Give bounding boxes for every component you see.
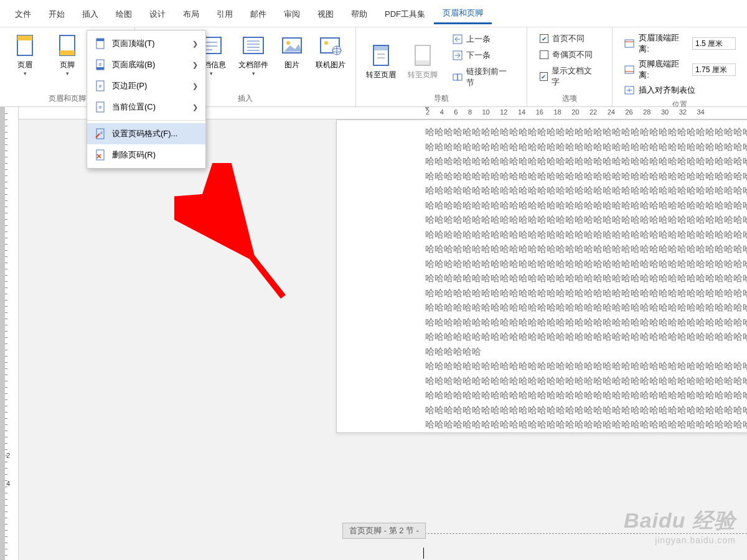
insert-align-tab-button[interactable]: 插入对齐制表位: [621, 83, 738, 97]
header-button[interactable]: 页眉 ▾: [5, 30, 45, 78]
header-distance-row: 页眉顶端距离:: [621, 31, 738, 56]
svg-rect-49: [625, 66, 634, 73]
online-picture-icon: [318, 33, 343, 58]
ribbon-group-headerfooter: 页眉 ▾ 页脚 ▾ # 页码 ▾ 页眉和页脚 页: [0, 27, 135, 106]
page-number-dropdown: 页面顶端(T)❯ # 页面底端(B)❯ # 页边距(P)❯ # 当前位置(C)❯…: [87, 30, 206, 169]
ribbon-group-position: 页眉顶端距离: 页脚底端距离: 插入对齐制表位 位置: [613, 27, 747, 106]
dropdown-format-page-numbers[interactable]: # 设置页码格式(F)...: [87, 123, 205, 144]
online-picture-button[interactable]: 联机图片: [311, 30, 350, 72]
docparts-button[interactable]: 文档部件 ▾: [233, 30, 273, 78]
svg-rect-42: [415, 60, 430, 65]
svg-text:#: #: [99, 83, 102, 89]
tab-layout[interactable]: 布局: [174, 5, 208, 24]
svg-text:#: #: [99, 105, 102, 110]
prev-icon: [453, 34, 463, 44]
chevron-right-icon: ❯: [192, 61, 198, 69]
ribbon-group-options: ✔首页不同 奇偶页不同 ✔显示文档文字 选项: [527, 27, 613, 106]
document-body[interactable]: 哈哈哈哈哈哈哈哈哈哈哈哈哈哈哈哈哈哈哈哈哈哈哈哈哈哈哈哈哈哈哈哈哈哈哈哈哈哈哈哈…: [337, 125, 747, 432]
goto-footer-button[interactable]: 转至页脚: [403, 40, 442, 82]
header-distance-icon: [624, 39, 635, 49]
group-label: 选项: [562, 92, 577, 105]
show-document-text-checkbox[interactable]: ✔显示文档文字: [536, 63, 604, 90]
ruler-indent-marker[interactable]: [423, 107, 431, 108]
footer-distance-icon: [624, 65, 635, 75]
group-label: 插入: [238, 92, 253, 105]
dropdown-current-position[interactable]: # 当前位置(C)❯: [87, 96, 205, 118]
dropdown-page-margin[interactable]: # 页边距(P)❯: [87, 75, 205, 96]
workspace: 2 4 246810121416182022242628303234 哈哈哈哈哈…: [0, 107, 747, 560]
svg-rect-9: [96, 67, 104, 70]
checkbox-icon: ✔: [540, 34, 548, 43]
tab-header-footer[interactable]: 页眉和页脚: [434, 4, 492, 24]
tab-pdftools[interactable]: PDF工具集: [376, 5, 434, 24]
align-tab-icon: [624, 85, 635, 95]
svg-text:#: #: [99, 62, 102, 67]
picture-icon: [280, 33, 304, 58]
checkbox-icon: ✔: [540, 72, 548, 81]
header-icon: [12, 33, 37, 58]
tab-draw[interactable]: 绘图: [107, 5, 141, 24]
format-page-icon: #: [95, 128, 106, 139]
tab-mailings[interactable]: 邮件: [242, 5, 275, 24]
dropdown-page-bottom[interactable]: # 页面底端(B)❯: [87, 54, 205, 75]
goto-header-icon: [369, 43, 393, 68]
tab-insert[interactable]: 插入: [73, 5, 107, 24]
next-icon: [453, 50, 463, 60]
current-position-icon: #: [95, 101, 106, 113]
ribbon: 页眉 ▾ 页脚 ▾ # 页码 ▾ 页眉和页脚 页: [0, 27, 747, 107]
tab-view[interactable]: 视图: [309, 5, 342, 24]
svg-rect-46: [458, 74, 462, 80]
footer-section-label: 首页页脚 - 第 2 节 -: [342, 523, 426, 539]
dropdown-page-top[interactable]: 页面顶端(T)❯: [87, 33, 205, 54]
footer-distance-row: 页脚底端距离:: [621, 57, 738, 82]
picture-button[interactable]: 图片: [276, 30, 308, 72]
svg-rect-38: [374, 45, 388, 50]
vertical-ruler: 2 4: [0, 107, 19, 560]
remove-page-icon: [95, 149, 106, 161]
next-section-button[interactable]: 下一条: [449, 48, 518, 63]
svg-point-31: [286, 41, 290, 45]
svg-rect-3: [60, 50, 75, 55]
svg-rect-7: [96, 39, 104, 41]
watermark: Baidu 经验 jingyan.baidu.com: [624, 506, 736, 545]
tab-help[interactable]: 帮助: [342, 5, 376, 24]
text-cursor: [423, 548, 424, 559]
checkbox-icon: [540, 50, 548, 59]
link-to-previous-button[interactable]: 链接到前一节: [449, 64, 518, 90]
first-page-different-checkbox[interactable]: ✔首页不同: [536, 31, 604, 46]
document-area[interactable]: 246810121416182022242628303234 哈哈哈哈哈哈哈哈哈…: [19, 107, 747, 560]
footer-distance-input[interactable]: [692, 63, 736, 76]
menubar: 文件 开始 插入 绘图 设计 布局 引用 邮件 审阅 视图 帮助 PDF工具集 …: [0, 0, 747, 27]
ribbon-group-navigation: 转至页眉 转至页脚 上一条 下一条 链接到前一节 导航: [356, 27, 527, 106]
page-top-icon: [95, 38, 106, 49]
docparts-icon: [241, 33, 266, 58]
footer-button[interactable]: 页脚 ▾: [47, 30, 87, 78]
svg-point-33: [324, 41, 328, 45]
goto-footer-icon: [410, 43, 435, 68]
chevron-right-icon: ❯: [192, 103, 198, 111]
page-bottom-icon: #: [95, 59, 106, 70]
goto-header-button[interactable]: 转至页眉: [361, 40, 400, 82]
group-label: 导航: [434, 92, 449, 105]
svg-rect-1: [17, 35, 32, 40]
previous-section-button[interactable]: 上一条: [449, 32, 518, 47]
svg-rect-25: [243, 37, 263, 54]
chevron-right-icon: ❯: [192, 40, 198, 48]
group-label: 页眉和页脚: [49, 92, 86, 105]
odd-even-different-checkbox[interactable]: 奇偶页不同: [536, 47, 604, 62]
svg-rect-45: [453, 74, 458, 80]
svg-text:#: #: [100, 131, 103, 135]
tab-design[interactable]: 设计: [141, 5, 174, 24]
header-distance-input[interactable]: [692, 37, 736, 50]
tab-home[interactable]: 开始: [40, 5, 73, 24]
chevron-right-icon: ❯: [192, 82, 198, 90]
footer-icon: [55, 33, 80, 58]
link-icon: [453, 72, 463, 82]
dropdown-remove-page-numbers[interactable]: 删除页码(R): [87, 144, 205, 166]
tab-file[interactable]: 文件: [6, 5, 40, 24]
page: 哈哈哈哈哈哈哈哈哈哈哈哈哈哈哈哈哈哈哈哈哈哈哈哈哈哈哈哈哈哈哈哈哈哈哈哈哈哈哈哈…: [336, 119, 747, 433]
svg-rect-47: [625, 40, 634, 47]
page-margin-icon: #: [95, 80, 106, 91]
tab-review[interactable]: 审阅: [275, 5, 309, 24]
tab-references[interactable]: 引用: [208, 5, 242, 24]
